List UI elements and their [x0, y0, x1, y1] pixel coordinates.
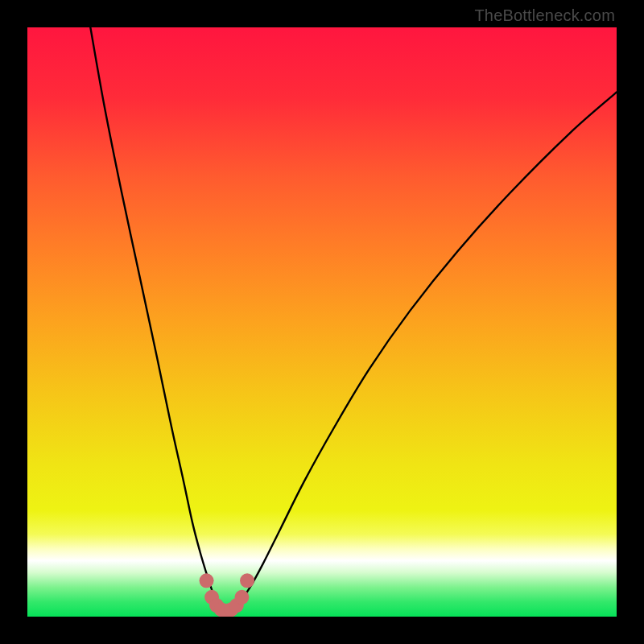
- highlight-dot: [234, 590, 249, 605]
- watermark-text: TheBottleneck.com: [474, 6, 615, 25]
- gradient-background: [27, 27, 617, 617]
- plot-area: [27, 27, 617, 617]
- highlight-dot: [240, 573, 254, 588]
- plot-svg: [27, 27, 617, 617]
- highlight-dot: [200, 573, 214, 588]
